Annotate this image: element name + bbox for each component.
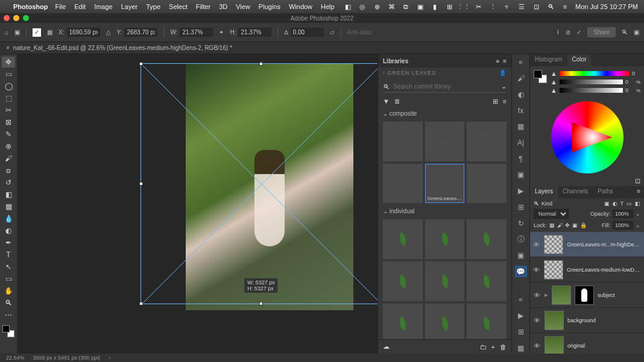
zoom-level[interactable]: 22.64%: [6, 355, 25, 361]
transform-h-input[interactable]: [238, 28, 271, 37]
layer-thumbnail[interactable]: [544, 260, 563, 279]
lock-paint-icon[interactable]: 🖌: [557, 222, 563, 228]
edit-toolbar[interactable]: ⋯: [2, 310, 15, 320]
link-wh-icon[interactable]: ⚭: [219, 29, 224, 36]
list-mode-icon[interactable]: ≡: [503, 98, 507, 105]
color-options-icon[interactable]: ⊡: [635, 177, 640, 184]
play-icon[interactable]: ▶: [515, 310, 527, 322]
layer-row[interactable]: 👁background: [530, 308, 644, 333]
filter-adjust-icon[interactable]: ◐: [613, 201, 617, 207]
brushes-icon[interactable]: 🖌: [515, 73, 527, 84]
warp-icon[interactable]: ⌇: [557, 29, 560, 36]
layer-visibility-icon[interactable]: 👁: [532, 241, 540, 248]
menu-view[interactable]: View: [236, 3, 250, 10]
library-asset[interactable]: [383, 219, 423, 259]
library-asset[interactable]: [467, 122, 507, 161]
transform-handle[interactable]: [259, 62, 263, 66]
menu-type[interactable]: Type: [146, 3, 160, 10]
lock-transparency-icon[interactable]: ▦: [549, 222, 555, 228]
menu-plugins[interactable]: Plugins: [259, 3, 280, 10]
layer-mask-thumbnail[interactable]: [575, 286, 594, 305]
library-asset[interactable]: [383, 164, 423, 204]
status-icon[interactable]: ✂: [474, 2, 482, 11]
comments-icon[interactable]: 💬: [515, 266, 527, 277]
transform-angle-input[interactable]: [291, 28, 324, 37]
hue-slider[interactable]: [560, 71, 630, 76]
library-asset-selected[interactable]: GreenLeaves-...: [425, 164, 465, 204]
info-icon[interactable]: ⓘ: [515, 234, 527, 245]
swatches-icon[interactable]: ▦: [515, 121, 527, 133]
layer-name[interactable]: GreenLeaves-medium-lowDens-9: [567, 267, 642, 273]
status-icon[interactable]: ⊞: [445, 2, 453, 11]
fill-input[interactable]: [613, 221, 633, 229]
color-swatches[interactable]: [2, 325, 14, 337]
layer-name[interactable]: GreenLeaves-m...m-highDens-2: [567, 242, 642, 248]
transform-w-input[interactable]: [180, 28, 213, 37]
status-icon[interactable]: ⧉: [402, 2, 410, 11]
menu-image[interactable]: Image: [94, 3, 113, 10]
menu-select[interactable]: Select: [169, 3, 188, 10]
commit-transform-icon[interactable]: ✓: [576, 29, 581, 36]
view-mode-icon[interactable]: ⊞: [493, 98, 498, 105]
healing-tool[interactable]: ⊕: [2, 141, 15, 152]
app-menu[interactable]: Photoshop: [13, 3, 48, 10]
expand-icon[interactable]: «: [515, 57, 527, 68]
document-tab[interactable]: nature_Kat_-66-Edit.psd @ 22.6% (GreenLe…: [13, 45, 232, 51]
home-icon[interactable]: ⌂: [5, 29, 8, 36]
menu-window[interactable]: Window: [289, 3, 312, 10]
status-icon[interactable]: ⊕: [373, 2, 381, 11]
library-asset[interactable]: [467, 261, 507, 301]
lock-artboard-icon[interactable]: ▣: [572, 222, 578, 228]
pen-tool[interactable]: ✒: [2, 237, 15, 248]
library-asset[interactable]: [383, 304, 423, 339]
filter-shape-icon[interactable]: ▭: [627, 201, 632, 207]
layer-thumbnail[interactable]: [544, 235, 563, 254]
minimize-window-button[interactable]: [13, 15, 19, 21]
search-icon[interactable]: 🔍︎: [546, 2, 555, 11]
sat-slider[interactable]: [560, 80, 623, 84]
dodge-tool[interactable]: ◐: [2, 225, 15, 236]
hand-tool[interactable]: ✋: [2, 286, 15, 296]
antialias-label[interactable]: Anti-alias: [347, 29, 372, 36]
layer-visibility-icon[interactable]: 👁: [532, 342, 541, 349]
library-section-individual[interactable]: ⌄ individual: [378, 205, 511, 217]
transform-y-input[interactable]: [124, 28, 157, 37]
commit-check-icon[interactable]: ✓: [33, 28, 41, 37]
menubar-clock[interactable]: Mon Jul 25 10:27 PM: [575, 3, 638, 10]
selection-tool[interactable]: ⬚: [2, 93, 15, 104]
library-asset[interactable]: [383, 122, 423, 161]
trash-icon[interactable]: 🗑: [500, 343, 507, 351]
library-search-input[interactable]: [393, 83, 497, 90]
tab-layers[interactable]: Layers: [530, 186, 558, 198]
reference-point-icon[interactable]: ▦: [47, 29, 52, 36]
menu-help[interactable]: Help: [321, 3, 335, 10]
layer-row[interactable]: 👁original: [530, 333, 644, 354]
transform-x-input[interactable]: [67, 28, 100, 37]
status-icon[interactable]: ⋮⋮: [459, 2, 468, 11]
expand-icon[interactable]: «: [515, 294, 527, 305]
panel-menu-icon[interactable]: ≡: [633, 186, 644, 198]
close-window-button[interactable]: [4, 15, 10, 21]
workspace-icon[interactable]: ▣: [634, 29, 639, 36]
share-button[interactable]: Share: [587, 27, 616, 37]
layer-thumbnail[interactable]: [545, 311, 564, 330]
cloud-icon[interactable]: ☁: [383, 343, 390, 351]
filter-smart-icon[interactable]: ◧: [635, 201, 640, 207]
status-icon[interactable]: ⊡: [532, 2, 540, 11]
library-back-link[interactable]: ‹ GREEN LEAVES 👤: [378, 67, 511, 78]
adjustments-icon[interactable]: ◐: [515, 89, 527, 100]
move-tool[interactable]: ✥: [2, 57, 15, 67]
search-icon[interactable]: 🔍︎: [622, 29, 628, 36]
menu-edit[interactable]: Edit: [74, 3, 86, 10]
path-tool[interactable]: ↖: [2, 261, 15, 272]
layer-row[interactable]: 👁▸subject: [530, 282, 644, 308]
lock-all-icon[interactable]: 🔒: [580, 222, 587, 228]
group-toggle-icon[interactable]: ▸: [545, 291, 548, 299]
patterns-icon[interactable]: ▦: [515, 342, 527, 354]
transform-handle[interactable]: [139, 302, 143, 305]
status-icon[interactable]: ◎: [358, 2, 367, 11]
library-asset[interactable]: [425, 304, 465, 339]
wifi-icon[interactable]: ᯤ: [503, 2, 511, 11]
sort-icon[interactable]: ≣: [394, 98, 400, 105]
arrange-icon[interactable]: ▣: [14, 29, 20, 36]
